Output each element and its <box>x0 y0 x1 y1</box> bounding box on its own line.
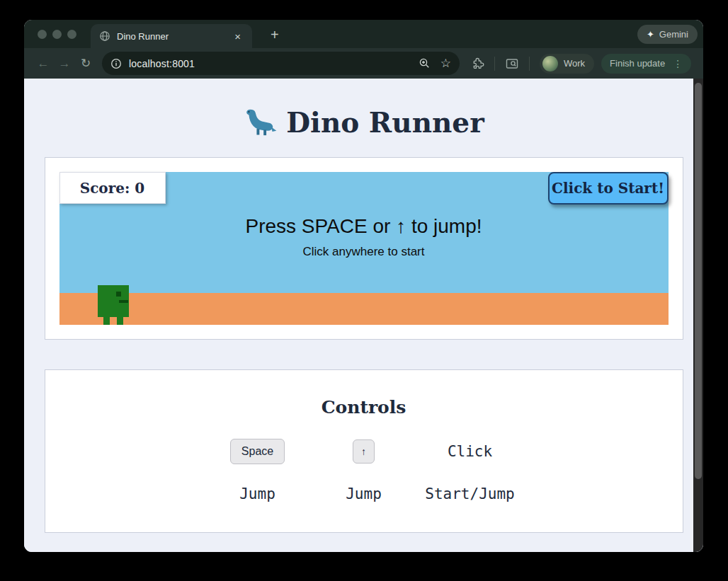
window-minimize-button[interactable] <box>52 30 62 39</box>
control-key-click: Click <box>417 443 523 460</box>
space-key: Space <box>230 439 285 464</box>
profile-label: Work <box>564 58 585 69</box>
window-zoom-button[interactable] <box>67 30 76 39</box>
url-text[interactable]: localhost:8001 <box>129 58 410 69</box>
browser-window: Dino Runner × + ✦ Gemini ← → ↻ localhost… <box>24 20 703 552</box>
globe-favicon-icon <box>99 30 110 42</box>
zoom-icon[interactable] <box>419 57 431 69</box>
toolbar-divider <box>494 57 495 71</box>
more-options-icon[interactable]: ⋮ <box>673 59 683 69</box>
game-card: Press SPACE or ↑ to jump! Click anywhere… <box>45 157 683 340</box>
scrollbar-thumb[interactable] <box>695 83 702 479</box>
dino-emoji-icon <box>243 108 277 137</box>
tab-close-icon[interactable]: × <box>232 30 244 43</box>
score-display: Score: 0 <box>59 172 166 204</box>
tab-bar: Dino Runner × + ✦ Gemini <box>24 20 703 48</box>
dino-leg <box>103 317 110 325</box>
new-tab-button[interactable]: + <box>266 27 283 43</box>
game-instruction-main: Press SPACE or ↑ to jump! <box>59 215 669 238</box>
toolbar-divider <box>529 57 530 71</box>
window-controls <box>38 30 76 39</box>
site-info-icon[interactable] <box>110 58 122 69</box>
tab-title: Dino Runner <box>117 31 232 42</box>
page-title: Dino Runner <box>286 106 484 139</box>
finish-update-button[interactable]: Finish update ⋮ <box>601 54 691 74</box>
arrow-up-key: ↑ <box>353 439 375 464</box>
game-canvas[interactable]: Press SPACE or ↑ to jump! Click anywhere… <box>59 172 669 325</box>
side-panel-search-icon[interactable] <box>505 57 519 71</box>
control-action-space: Jump <box>205 485 311 502</box>
tab-dino-runner[interactable]: Dino Runner × <box>91 24 252 48</box>
control-key-arrow-up: ↑ <box>311 439 417 464</box>
window-close-button[interactable] <box>38 30 47 39</box>
reload-icon[interactable]: ↻ <box>75 56 96 71</box>
address-bar[interactable]: localhost:8001 ☆ <box>102 52 460 75</box>
sparkle-icon: ✦ <box>647 29 654 40</box>
scrollbar-track[interactable] <box>693 79 703 552</box>
extensions-icon[interactable] <box>471 57 484 70</box>
gemini-button[interactable]: ✦ Gemini <box>637 25 698 44</box>
page-header: Dino Runner <box>24 106 703 139</box>
bookmark-star-icon[interactable]: ☆ <box>440 56 451 71</box>
game-ground <box>59 293 669 325</box>
dino-eye <box>116 292 121 297</box>
start-game-button[interactable]: Click to Start! <box>548 172 669 205</box>
profile-chip[interactable]: Work <box>540 54 594 74</box>
controls-heading: Controls <box>59 397 669 418</box>
forward-icon[interactable]: → <box>54 57 75 71</box>
finish-update-label: Finish update <box>610 58 665 69</box>
control-action-arrow: Jump <box>311 485 417 502</box>
back-icon[interactable]: ← <box>33 57 54 71</box>
control-action-click: Start/Jump <box>417 485 523 502</box>
gemini-label: Gemini <box>659 29 688 40</box>
dino-leg <box>117 317 123 325</box>
browser-toolbar: ← → ↻ localhost:8001 ☆ <box>24 48 703 79</box>
dino-mouth <box>119 300 128 303</box>
controls-card: Controls Space ↑ Click Jump Jump Start/J… <box>45 369 683 533</box>
control-key-space: Space <box>205 439 311 464</box>
game-instruction-sub: Click anywhere to start <box>59 245 669 259</box>
dino-sprite <box>98 285 129 325</box>
controls-grid: Space ↑ Click Jump Jump Start/Jump <box>59 439 669 502</box>
page-content: Dino Runner Press SPACE or ↑ to jump! Cl… <box>24 79 703 552</box>
avatar <box>542 56 558 71</box>
